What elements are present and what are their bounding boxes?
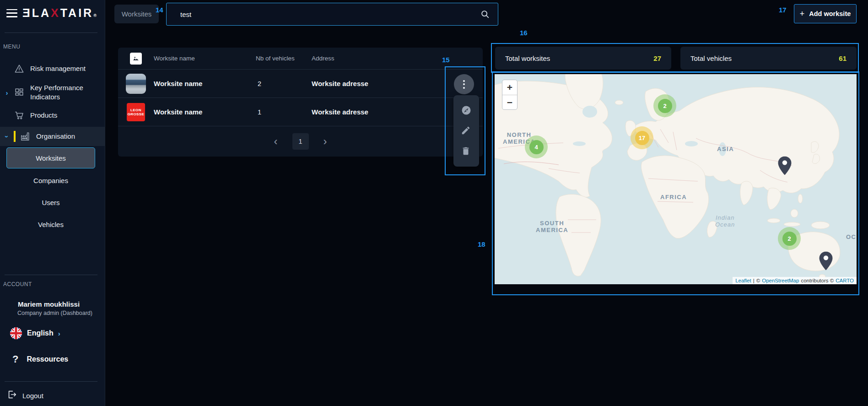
map-label-indian-ocean: Indian Ocean [715,214,735,228]
search-icon[interactable] [480,9,490,19]
annotation-number-18: 18 [478,240,485,248]
resources-label: Ressources [27,355,68,363]
shopping-cart-icon [14,110,25,121]
map-pin-marker[interactable] [778,156,792,175]
hamburger-menu-icon[interactable] [6,9,17,17]
delete-trash-icon[interactable] [461,146,472,157]
island-new-guinea [811,222,830,229]
black-sea [685,141,698,146]
cluster-count: 2 [782,232,797,246]
logout-label: Logout [22,392,43,400]
table-row[interactable]: LEON GROSSE Worksite name 1 Worksite adr… [118,98,483,126]
image-icon [130,53,142,65]
leon-grosse-logo-thumbnail: LEON GROSSE [127,103,145,121]
sidebar-subitem-vehicles[interactable]: Vehicles [6,214,95,234]
sidebar-item-kpi[interactable]: › Key Performance Indicators [0,80,105,105]
vertical-ellipsis-icon [463,80,465,89]
sidebar-subitem-worksites[interactable]: Worksites [6,147,95,168]
add-worksite-button[interactable]: + Add worksite [794,4,857,23]
search-input[interactable] [166,3,498,26]
zoom-out-button[interactable]: − [502,95,517,109]
menu-section-label: MENU [3,43,20,50]
row-actions-button[interactable] [454,74,474,94]
column-header-address[interactable]: Address [312,55,483,62]
cell-worksite-name: Worksite name [154,108,256,116]
worksites-tab-chip[interactable]: Worksites [114,5,159,23]
annotation-number-14: 14 [156,6,163,14]
total-vehicles-card: Total vehicles 61 [680,47,857,70]
leaflet-link[interactable]: Leaflet [735,278,751,283]
worksites-map[interactable]: NORTH AMERICA SOUTH AMERICA AFRICA ASIA … [495,74,857,284]
user-role: Company admin (Dashboard) [17,310,92,316]
language-selector[interactable]: English › [10,327,60,340]
map-cluster-marker[interactable]: 2 [653,94,676,117]
chevron-right-icon: › [58,330,60,337]
total-worksites-card: Total worksites 27 [495,47,671,70]
map-cluster-marker[interactable]: 17 [631,126,653,149]
logo-line: GROSSE [128,112,145,116]
logo-text: ƎLA [22,6,51,19]
sidebar-subitem-companies[interactable]: Companies [6,170,95,190]
sidebar-subitem-label: Worksites [36,154,66,162]
map-zoom-control: + − [502,80,518,110]
plus-icon: + [800,9,805,19]
table-row[interactable]: Worksite name 2 Worksite adresse [118,70,483,98]
uk-flag-icon [10,327,22,340]
carto-link[interactable]: CARTO [836,278,854,283]
row-thumbnail-cell: LEON GROSSE [118,103,154,121]
navigate-compass-icon[interactable] [461,105,472,116]
chevron-right-icon[interactable]: › [0,89,14,97]
app-logo: ƎLAXTAIR® [22,6,97,20]
sidebar: ƎLAXTAIR® MENU Risk management › Key Per… [0,0,105,406]
zoom-in-button[interactable]: + [502,80,517,95]
factory-icon [20,131,31,142]
row-actions-menu [453,95,479,167]
total-worksites-label: Total worksites [505,54,550,62]
worksite-photo-thumbnail [126,74,146,94]
sidebar-item-label: Key Performance Indicators [30,83,84,102]
table-header-row: Worksite name Nb of vehicles Address [118,48,483,70]
chevron-down-icon[interactable]: › [3,130,11,143]
map-cluster-marker[interactable]: 4 [525,135,548,158]
sidebar-item-products[interactable]: Products [0,105,105,125]
sidebar-divider [5,275,97,275]
sidebar-item-organisation[interactable]: › Organisation [0,127,105,146]
annotation-number-15: 15 [442,56,450,64]
great-lakes [573,141,586,146]
search-field [166,3,498,26]
column-header-nb-vehicles[interactable]: Nb of vehicles [256,55,312,62]
page-number[interactable]: 1 [292,133,309,150]
map-label-oceania-partial: OC [846,233,857,240]
question-mark-icon: ? [12,353,18,365]
row-thumbnail-cell [118,74,154,94]
pagination: ‹ 1 › [118,126,483,157]
map-attribution: Leaflet | © OpenStreetMap contributors ©… [733,277,857,284]
sidebar-subitem-users[interactable]: Users [6,192,95,212]
edit-pencil-icon[interactable] [461,125,472,136]
column-header-worksite-name[interactable]: Worksite name [154,55,256,62]
image-column-header [118,53,154,65]
cluster-count: 4 [529,140,544,154]
map-cluster-marker[interactable]: 2 [778,227,801,250]
logo-line: LEON [130,108,141,112]
sidebar-item-label: Organisation [36,132,75,141]
sidebar-item-label: Risk management [30,64,86,73]
attribution-copyright: © [756,278,760,283]
previous-page-icon[interactable]: ‹ [271,136,280,147]
resources-link[interactable]: ? Ressources [12,353,68,365]
sidebar-item-label: Products [30,111,57,120]
sidebar-subitem-label: Companies [33,177,68,184]
sidebar-item-risk-management[interactable]: Risk management [0,58,105,80]
next-page-icon[interactable]: › [321,136,330,147]
total-vehicles-label: Total vehicles [690,54,732,62]
logo-accent: X [51,6,60,19]
island-borneo [791,209,798,217]
sidebar-divider [5,381,97,382]
annotation-number-16: 16 [520,29,528,37]
island-iceland [615,100,623,105]
attribution-text: contributors © [801,278,834,283]
logout-button[interactable]: Logout [7,390,43,401]
worksites-table: Worksite name Nb of vehicles Address Wor… [118,48,483,157]
openstreetmap-link[interactable]: OpenStreetMap [762,278,799,283]
map-pin-marker[interactable] [819,251,833,270]
